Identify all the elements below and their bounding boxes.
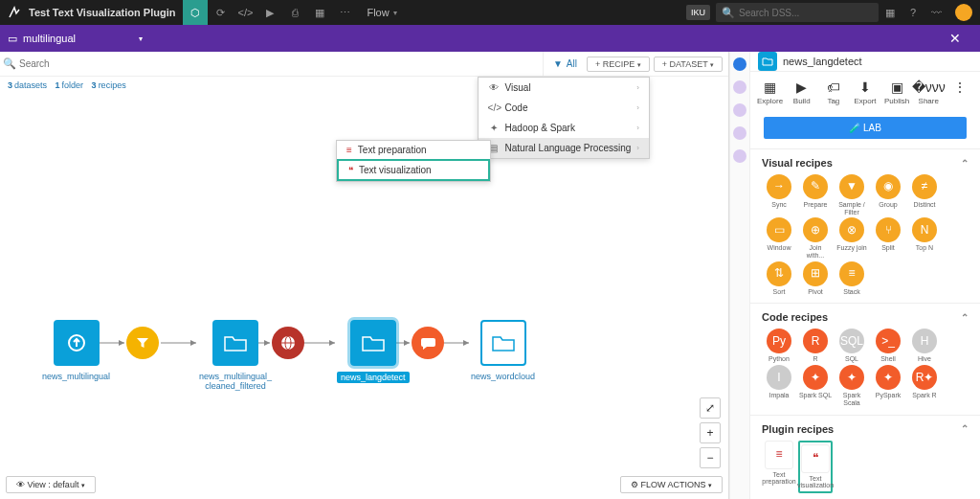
recipe-group[interactable]: ◉Group xyxy=(871,174,905,215)
dataset-node[interactable]: news_multilingual_ cleaned_filtered xyxy=(199,320,272,391)
collapse-icon[interactable]: ⌃ xyxy=(961,312,969,323)
recipe-sort[interactable]: ⇅Sort xyxy=(762,261,796,296)
activity-icon[interactable]: 〰 xyxy=(924,7,947,18)
recipe-stack[interactable]: ≡Stack xyxy=(835,261,869,296)
dataset-actions: ▦Explore ▶Build 🏷Tag ⬇Export ▣Publish �ν… xyxy=(750,72,980,113)
recipe-pyspark[interactable]: ✦PySpark xyxy=(871,365,905,406)
more-action[interactable]: ⋮ xyxy=(945,79,975,105)
split-icon: ⑂ xyxy=(876,217,901,242)
recipe-pivot[interactable]: ⊞Pivot xyxy=(798,261,833,296)
submenu-item-textviz[interactable]: ❝Text visualization xyxy=(337,159,490,181)
menu-item-nlp[interactable]: ▤Natural Language Processing› xyxy=(479,138,649,158)
submenu-item-textprep[interactable]: ≡Text preparation xyxy=(337,141,490,159)
recipe-topn[interactable]: NTop N xyxy=(907,217,942,259)
rail-schema-icon[interactable] xyxy=(733,103,746,117)
build-action[interactable]: ▶Build xyxy=(787,79,817,105)
upload-icon xyxy=(54,320,100,366)
zoom-out-button[interactable]: − xyxy=(700,447,721,468)
recipe-sparkr[interactable]: R✦Spark R xyxy=(907,365,942,406)
recipe-window[interactable]: ▭Window xyxy=(762,217,796,259)
print-icon[interactable]: ⎙ xyxy=(282,0,307,25)
recipe-sparkscala[interactable]: ✦Spark Scala xyxy=(835,365,869,406)
filter-icon: ▼ xyxy=(553,58,563,69)
collapse-icon[interactable]: ⌃ xyxy=(961,158,969,169)
spark-icon: R✦ xyxy=(912,365,937,390)
main-area: 🔍 ▼ All + RECIPE ▾ + DATASET ▾ 3datasets… xyxy=(0,52,980,499)
lab-button[interactable]: 🧪 LAB xyxy=(764,117,967,139)
recipe-sync[interactable]: →Sync xyxy=(762,174,796,215)
pivot-icon: ⊞ xyxy=(803,261,828,286)
view-selector[interactable]: 👁 View : default ▾ xyxy=(6,476,96,493)
recipe-shell[interactable]: >_Shell xyxy=(871,329,905,363)
share-action[interactable]: �νννShare xyxy=(913,79,944,105)
add-recipe-button[interactable]: + RECIPE ▾ xyxy=(587,57,650,72)
table-icon: ▦ xyxy=(764,79,776,95)
recipe-join[interactable]: ⊕Join with... xyxy=(798,217,833,259)
explore-action[interactable]: ▦Explore xyxy=(755,79,786,105)
flow-tab-icon[interactable]: ⬡ xyxy=(183,0,208,25)
zoom-in-button[interactable]: + xyxy=(700,422,721,443)
r-icon: R xyxy=(803,329,828,353)
expand-icon[interactable]: ⤢ xyxy=(700,397,721,419)
menu-item-visual[interactable]: 👁Visual› xyxy=(479,78,649,98)
rail-history-icon[interactable] xyxy=(733,126,746,140)
menu-item-code[interactable]: </>Code› xyxy=(479,98,649,118)
recipe-category-menu: 👁Visual› </>Code› ✦Hadoop & Spark› ▤Natu… xyxy=(478,77,650,159)
more-icon[interactable]: ⋯ xyxy=(332,0,357,25)
publish-action[interactable]: ▣Publish xyxy=(881,79,912,105)
node-label: news_wordcloud xyxy=(471,372,535,381)
python-icon: Py xyxy=(767,329,791,353)
topn-icon: N xyxy=(912,217,937,242)
recipe-hive[interactable]: HHive xyxy=(907,329,942,363)
filter-dropdown[interactable]: ▼ All xyxy=(543,52,587,76)
plugin-recipes-section: Plugin recipes⌃ ≡Text preparation ❝Text … xyxy=(750,415,980,500)
recipe-r[interactable]: RR xyxy=(798,329,833,363)
flow-actions-button[interactable]: ⚙ FLOW ACTIONS ▾ xyxy=(620,476,723,493)
recipe-impala[interactable]: IImpala xyxy=(762,365,796,406)
recipe-sql[interactable]: SQLSQL xyxy=(835,329,869,363)
add-dataset-button[interactable]: + DATASET ▾ xyxy=(654,57,723,72)
dataset-node[interactable]: news_wordcloud xyxy=(471,320,535,381)
plugin-textviz[interactable]: ❝Text visualization xyxy=(798,441,833,493)
export-action[interactable]: ⬇Export xyxy=(850,79,880,105)
global-search[interactable]: 🔍 xyxy=(716,3,879,22)
recipe-node[interactable] xyxy=(412,327,444,359)
recipe-python[interactable]: PyPython xyxy=(762,329,796,363)
recipe-sparksql[interactable]: ✦Spark SQL xyxy=(798,365,833,406)
dataset-node-selected[interactable]: news_langdetect xyxy=(337,320,410,383)
rail-info-icon[interactable] xyxy=(733,80,746,94)
user-avatar[interactable] xyxy=(955,4,972,21)
rail-add-icon[interactable] xyxy=(733,57,746,71)
topbar: Test Text Visualization Plugin ⬡ ⟳ </> ▶… xyxy=(0,0,980,25)
recipe-fuzzyjoin[interactable]: ⊗Fuzzy join xyxy=(835,217,869,259)
plugin-textprep[interactable]: ≡Text preparation xyxy=(762,441,796,493)
chevron-down-icon[interactable]: ▾ xyxy=(393,9,397,17)
collapse-icon[interactable]: ⌃ xyxy=(961,423,969,434)
recipe-node[interactable] xyxy=(126,327,159,359)
refresh-icon[interactable]: ⟳ xyxy=(208,0,233,25)
global-search-input[interactable] xyxy=(739,8,873,18)
play-icon[interactable]: ▶ xyxy=(257,0,282,25)
recipe-distinct[interactable]: ≠Distinct xyxy=(907,174,942,215)
filter-icon: ▼ xyxy=(839,174,864,199)
recipe-sample[interactable]: ▼Sample / Filter xyxy=(835,174,869,215)
recipe-prepare[interactable]: ✎Prepare xyxy=(798,174,833,215)
dataset-node[interactable]: news_multilingual xyxy=(42,320,110,381)
recipe-node[interactable] xyxy=(272,327,304,359)
chat-icon xyxy=(412,327,444,359)
code-icon[interactable]: </> xyxy=(233,0,257,25)
recipe-split[interactable]: ⑂Split xyxy=(871,217,905,259)
close-icon[interactable]: ✕ xyxy=(949,31,961,46)
spark-icon: ✦ xyxy=(876,365,901,390)
project-selector[interactable]: ▭ multilingual ▾ xyxy=(8,33,143,45)
spark-icon: ✦ xyxy=(803,365,828,390)
project-bar: ▭ multilingual ▾ ✕ xyxy=(0,25,980,52)
help-icon[interactable]: ? xyxy=(902,7,924,18)
folder-icon xyxy=(350,320,396,366)
grid-icon[interactable]: ▦ xyxy=(307,0,332,25)
rail-discuss-icon[interactable] xyxy=(733,149,746,163)
tag-action[interactable]: 🏷Tag xyxy=(818,79,849,105)
menu-item-hadoop[interactable]: ✦Hadoop & Spark› xyxy=(479,118,649,138)
apps-icon[interactable]: ▦ xyxy=(879,7,902,19)
flow-search-input[interactable] xyxy=(19,58,543,69)
